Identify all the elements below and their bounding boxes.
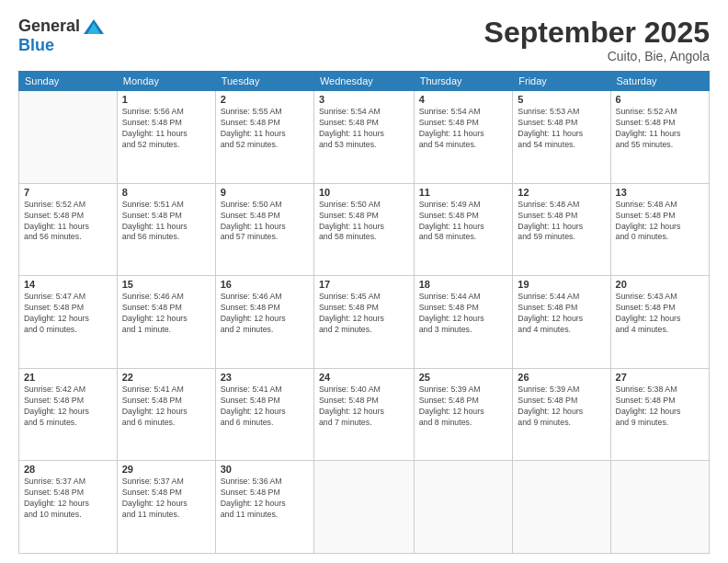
table-cell: 30Sunrise: 5:36 AM Sunset: 5:48 PM Dayli… bbox=[215, 461, 313, 554]
title-block: September 2025 Cuito, Bie, Angola bbox=[484, 17, 710, 63]
table-cell: 10Sunrise: 5:50 AM Sunset: 5:48 PM Dayli… bbox=[313, 183, 414, 276]
cell-info: Sunrise: 5:36 AM Sunset: 5:48 PM Dayligh… bbox=[221, 477, 309, 521]
cell-info: Sunrise: 5:37 AM Sunset: 5:48 PM Dayligh… bbox=[122, 477, 210, 521]
cell-info: Sunrise: 5:51 AM Sunset: 5:48 PM Dayligh… bbox=[122, 200, 210, 244]
table-cell: 23Sunrise: 5:41 AM Sunset: 5:48 PM Dayli… bbox=[215, 368, 313, 461]
cell-date: 1 bbox=[122, 94, 210, 105]
header-wednesday: Wednesday bbox=[313, 72, 414, 91]
cell-date: 26 bbox=[518, 372, 605, 383]
table-cell: 18Sunrise: 5:44 AM Sunset: 5:48 PM Dayli… bbox=[414, 276, 513, 369]
page: General Blue September 2025 Cuito, Bie, … bbox=[0, 0, 728, 563]
logo-blue-text: Blue bbox=[18, 36, 54, 55]
cell-info: Sunrise: 5:48 AM Sunset: 5:48 PM Dayligh… bbox=[518, 200, 605, 244]
table-cell: 4Sunrise: 5:54 AM Sunset: 5:48 PM Daylig… bbox=[414, 91, 513, 184]
cell-date: 8 bbox=[122, 187, 210, 198]
header-tuesday: Tuesday bbox=[215, 72, 313, 91]
cell-date: 21 bbox=[24, 372, 112, 383]
table-cell: 12Sunrise: 5:48 AM Sunset: 5:48 PM Dayli… bbox=[513, 183, 610, 276]
cell-info: Sunrise: 5:47 AM Sunset: 5:48 PM Dayligh… bbox=[24, 292, 112, 336]
table-cell: 24Sunrise: 5:40 AM Sunset: 5:48 PM Dayli… bbox=[313, 368, 414, 461]
logo-general-text: General bbox=[18, 17, 80, 36]
cell-date: 3 bbox=[319, 94, 409, 105]
table-cell: 22Sunrise: 5:41 AM Sunset: 5:48 PM Dayli… bbox=[117, 368, 215, 461]
cell-info: Sunrise: 5:42 AM Sunset: 5:48 PM Dayligh… bbox=[24, 385, 112, 429]
table-cell: 1Sunrise: 5:56 AM Sunset: 5:48 PM Daylig… bbox=[117, 91, 215, 184]
cell-info: Sunrise: 5:50 AM Sunset: 5:48 PM Dayligh… bbox=[319, 200, 409, 244]
cell-date: 12 bbox=[518, 187, 605, 198]
cell-info: Sunrise: 5:40 AM Sunset: 5:48 PM Dayligh… bbox=[319, 385, 409, 429]
cell-info: Sunrise: 5:53 AM Sunset: 5:48 PM Dayligh… bbox=[518, 107, 605, 151]
table-cell: 17Sunrise: 5:45 AM Sunset: 5:48 PM Dayli… bbox=[313, 276, 414, 369]
table-cell bbox=[414, 461, 513, 554]
cell-date: 2 bbox=[221, 94, 309, 105]
cell-date: 30 bbox=[221, 464, 309, 475]
cell-date: 18 bbox=[419, 279, 508, 290]
cell-date: 27 bbox=[616, 372, 704, 383]
cell-date: 13 bbox=[616, 187, 704, 198]
location-subtitle: Cuito, Bie, Angola bbox=[484, 49, 710, 63]
table-cell: 16Sunrise: 5:46 AM Sunset: 5:48 PM Dayli… bbox=[215, 276, 313, 369]
table-cell: 3Sunrise: 5:54 AM Sunset: 5:48 PM Daylig… bbox=[313, 91, 414, 184]
table-cell: 29Sunrise: 5:37 AM Sunset: 5:48 PM Dayli… bbox=[117, 461, 215, 554]
cell-info: Sunrise: 5:46 AM Sunset: 5:48 PM Dayligh… bbox=[122, 292, 210, 336]
table-cell: 28Sunrise: 5:37 AM Sunset: 5:48 PM Dayli… bbox=[19, 461, 118, 554]
cell-info: Sunrise: 5:54 AM Sunset: 5:48 PM Dayligh… bbox=[319, 107, 409, 151]
cell-info: Sunrise: 5:52 AM Sunset: 5:48 PM Dayligh… bbox=[616, 107, 704, 151]
cell-date: 11 bbox=[419, 187, 508, 198]
cell-date: 28 bbox=[24, 464, 112, 475]
cell-info: Sunrise: 5:38 AM Sunset: 5:48 PM Dayligh… bbox=[616, 385, 704, 429]
table-cell: 25Sunrise: 5:39 AM Sunset: 5:48 PM Dayli… bbox=[414, 368, 513, 461]
header: General Blue September 2025 Cuito, Bie, … bbox=[18, 17, 710, 63]
table-cell: 2Sunrise: 5:55 AM Sunset: 5:48 PM Daylig… bbox=[215, 91, 313, 184]
cell-date: 15 bbox=[122, 279, 210, 290]
cell-date: 16 bbox=[221, 279, 309, 290]
cell-date: 5 bbox=[518, 94, 605, 105]
cell-date: 22 bbox=[122, 372, 210, 383]
cell-info: Sunrise: 5:52 AM Sunset: 5:48 PM Dayligh… bbox=[24, 200, 112, 244]
cell-info: Sunrise: 5:37 AM Sunset: 5:48 PM Dayligh… bbox=[24, 477, 112, 521]
table-cell: 5Sunrise: 5:53 AM Sunset: 5:48 PM Daylig… bbox=[513, 91, 610, 184]
logo-icon bbox=[84, 19, 104, 34]
week-row-1: 1Sunrise: 5:56 AM Sunset: 5:48 PM Daylig… bbox=[19, 91, 710, 184]
table-cell: 6Sunrise: 5:52 AM Sunset: 5:48 PM Daylig… bbox=[610, 91, 709, 184]
cell-info: Sunrise: 5:39 AM Sunset: 5:48 PM Dayligh… bbox=[419, 385, 508, 429]
cell-info: Sunrise: 5:45 AM Sunset: 5:48 PM Dayligh… bbox=[319, 292, 409, 336]
table-cell: 8Sunrise: 5:51 AM Sunset: 5:48 PM Daylig… bbox=[117, 183, 215, 276]
cell-info: Sunrise: 5:55 AM Sunset: 5:48 PM Dayligh… bbox=[221, 107, 309, 151]
table-cell: 13Sunrise: 5:48 AM Sunset: 5:48 PM Dayli… bbox=[610, 183, 709, 276]
cell-date: 10 bbox=[319, 187, 409, 198]
cell-date: 17 bbox=[319, 279, 409, 290]
table-cell: 7Sunrise: 5:52 AM Sunset: 5:48 PM Daylig… bbox=[19, 183, 118, 276]
cell-info: Sunrise: 5:54 AM Sunset: 5:48 PM Dayligh… bbox=[419, 107, 508, 151]
cell-info: Sunrise: 5:46 AM Sunset: 5:48 PM Dayligh… bbox=[221, 292, 309, 336]
weekday-header-row: Sunday Monday Tuesday Wednesday Thursday… bbox=[19, 72, 710, 91]
cell-date: 24 bbox=[319, 372, 409, 383]
week-row-3: 14Sunrise: 5:47 AM Sunset: 5:48 PM Dayli… bbox=[19, 276, 710, 369]
table-cell: 15Sunrise: 5:46 AM Sunset: 5:48 PM Dayli… bbox=[117, 276, 215, 369]
week-row-4: 21Sunrise: 5:42 AM Sunset: 5:48 PM Dayli… bbox=[19, 368, 710, 461]
table-cell: 26Sunrise: 5:39 AM Sunset: 5:48 PM Dayli… bbox=[513, 368, 610, 461]
cell-date: 25 bbox=[419, 372, 508, 383]
cell-info: Sunrise: 5:41 AM Sunset: 5:48 PM Dayligh… bbox=[122, 385, 210, 429]
table-cell bbox=[19, 91, 118, 184]
cell-info: Sunrise: 5:56 AM Sunset: 5:48 PM Dayligh… bbox=[122, 107, 210, 151]
cell-date: 29 bbox=[122, 464, 210, 475]
table-cell bbox=[610, 461, 709, 554]
table-cell: 9Sunrise: 5:50 AM Sunset: 5:48 PM Daylig… bbox=[215, 183, 313, 276]
week-row-5: 28Sunrise: 5:37 AM Sunset: 5:48 PM Dayli… bbox=[19, 461, 710, 554]
table-cell: 27Sunrise: 5:38 AM Sunset: 5:48 PM Dayli… bbox=[610, 368, 709, 461]
month-title: September 2025 bbox=[484, 17, 710, 49]
table-cell: 21Sunrise: 5:42 AM Sunset: 5:48 PM Dayli… bbox=[19, 368, 118, 461]
cell-info: Sunrise: 5:44 AM Sunset: 5:48 PM Dayligh… bbox=[419, 292, 508, 336]
table-cell: 11Sunrise: 5:49 AM Sunset: 5:48 PM Dayli… bbox=[414, 183, 513, 276]
header-friday: Friday bbox=[513, 72, 610, 91]
cell-info: Sunrise: 5:43 AM Sunset: 5:48 PM Dayligh… bbox=[616, 292, 704, 336]
cell-date: 4 bbox=[419, 94, 508, 105]
cell-info: Sunrise: 5:50 AM Sunset: 5:48 PM Dayligh… bbox=[221, 200, 309, 244]
table-cell: 19Sunrise: 5:44 AM Sunset: 5:48 PM Dayli… bbox=[513, 276, 610, 369]
cell-info: Sunrise: 5:44 AM Sunset: 5:48 PM Dayligh… bbox=[518, 292, 605, 336]
header-thursday: Thursday bbox=[414, 72, 513, 91]
cell-date: 23 bbox=[221, 372, 309, 383]
table-cell: 20Sunrise: 5:43 AM Sunset: 5:48 PM Dayli… bbox=[610, 276, 709, 369]
week-row-2: 7Sunrise: 5:52 AM Sunset: 5:48 PM Daylig… bbox=[19, 183, 710, 276]
